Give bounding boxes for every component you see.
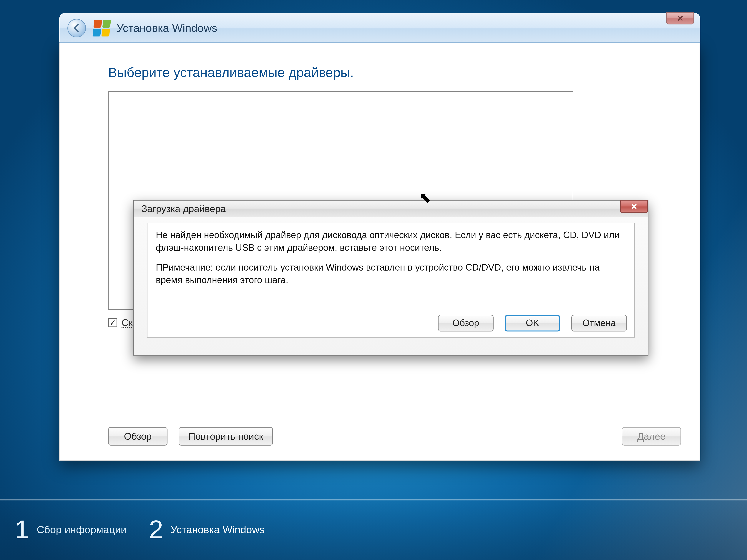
wizard-titlebar: Установка Windows ✕: [59, 13, 700, 43]
windows-logo-icon: [93, 20, 111, 36]
dialog-browse-label: Обзор: [453, 317, 479, 329]
dialog-button-row: Обзор OK Отмена: [438, 315, 627, 331]
dialog-titlebar: Загрузка драйвера ✕: [134, 201, 648, 217]
wizard-title: Установка Windows: [117, 22, 217, 34]
wizard-close-button[interactable]: ✕: [666, 12, 694, 24]
step2-number: 2: [149, 514, 163, 544]
dialog-message: Не найден необходимый драйвер для дисков…: [156, 229, 626, 254]
cancel-label: Отмена: [583, 317, 616, 329]
arrow-left-icon: [72, 23, 82, 33]
back-button[interactable]: [68, 19, 86, 37]
dialog-close-button[interactable]: ✕: [620, 200, 648, 213]
next-label: Далее: [637, 431, 666, 442]
progress-step-2: 2 Установка Windows: [149, 514, 264, 544]
progress-separator: [0, 499, 747, 501]
close-icon: ✕: [630, 202, 638, 211]
step1-label: Сбор информации: [37, 524, 127, 536]
rescan-button[interactable]: Повторить поиск: [179, 427, 273, 446]
ok-button[interactable]: OK: [505, 315, 560, 331]
next-button[interactable]: Далее: [622, 427, 681, 446]
load-driver-dialog: Загрузка драйвера ✕ Не найден необходимы…: [133, 200, 648, 355]
cancel-button[interactable]: Отмена: [571, 315, 627, 331]
rescan-label: Повторить поиск: [188, 431, 263, 442]
wizard-browse-button[interactable]: Обзор: [108, 427, 168, 446]
install-progress-bar: 1 Сбор информации 2 Установка Windows: [0, 499, 747, 560]
step2-label: Установка Windows: [171, 524, 264, 536]
dialog-content-frame: Не найден необходимый драйвер для дисков…: [147, 223, 635, 338]
dialog-body: Не найден необходимый драйвер для дисков…: [134, 217, 648, 343]
dialog-note: ПРимечание: если носитель установки Wind…: [156, 261, 626, 286]
wizard-browse-label: Обзор: [124, 431, 152, 442]
dialog-browse-button[interactable]: Обзор: [438, 315, 494, 331]
step1-number: 1: [15, 514, 29, 544]
close-icon: ✕: [677, 14, 684, 23]
progress-step-1: 1 Сбор информации: [15, 514, 127, 544]
ok-label: OK: [526, 317, 539, 329]
checkbox-icon: ✓: [108, 318, 117, 327]
dialog-title: Загрузка драйвера: [141, 203, 226, 214]
wizard-bottom-buttons: Обзор Повторить поиск: [108, 427, 273, 446]
page-heading: Выберите устанавливаемые драйверы.: [108, 65, 651, 80]
